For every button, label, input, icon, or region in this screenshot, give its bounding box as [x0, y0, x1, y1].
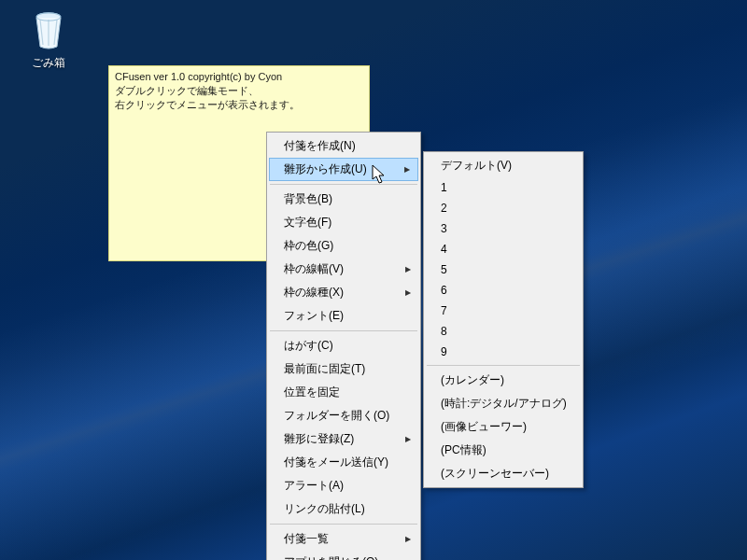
submenu-item[interactable]: 6	[426, 280, 581, 301]
recycle-bin-icon	[19, 9, 78, 53]
context-menu-item[interactable]: 位置を固定	[269, 381, 418, 404]
context-menu-item[interactable]: 枠の線幅(V)	[269, 258, 418, 281]
submenu-item[interactable]: 1	[426, 177, 581, 198]
context-menu-separator	[270, 524, 417, 525]
submenu-item[interactable]: 7	[426, 301, 581, 321]
context-menu-item[interactable]: 付箋をメール送信(Y)	[269, 451, 418, 474]
submenu-item[interactable]: デフォルト(V)	[426, 154, 581, 177]
sticky-line-2: ダブルクリックで編集モード、	[115, 84, 363, 98]
context-menu-item[interactable]: 背景色(B)	[269, 188, 418, 211]
context-menu-separator	[270, 184, 417, 185]
context-menu-item[interactable]: 最前面に固定(T)	[269, 357, 418, 381]
context-menu-item[interactable]: アラート(A)	[269, 474, 418, 497]
submenu-item[interactable]: 8	[426, 321, 581, 342]
context-menu-item[interactable]: アプリを閉じる(Q)	[269, 551, 418, 560]
sticky-line-3: 右クリックでメニューが表示されます。	[115, 98, 363, 112]
submenu-item[interactable]: (時計:デジタル/アナログ)	[426, 392, 581, 415]
submenu-item[interactable]: 3	[426, 218, 581, 239]
submenu-item[interactable]: (PC情報)	[426, 439, 581, 462]
context-menu-item[interactable]: 雛形から作成(U)	[269, 158, 418, 181]
submenu-item[interactable]: (画像ビューワー)	[426, 415, 581, 439]
submenu-item[interactable]: (スクリーンセーバー)	[426, 462, 581, 485]
context-menu-item[interactable]: 付箋一覧	[269, 527, 418, 551]
submenu-item[interactable]: 9	[426, 342, 581, 362]
submenu-template-list[interactable]: デフォルト(V)123456789(カレンダー)(時計:デジタル/アナログ)(画…	[423, 151, 584, 488]
context-menu-item[interactable]: 枠の線種(X)	[269, 281, 418, 304]
submenu-item[interactable]: 4	[426, 239, 581, 259]
recycle-bin-label: ごみ箱	[19, 55, 78, 71]
context-menu-item[interactable]: 枠の色(G)	[269, 234, 418, 258]
context-menu-item[interactable]: フォルダーを開く(O)	[269, 404, 418, 427]
context-menu-item[interactable]: 文字色(F)	[269, 211, 418, 234]
context-menu-item[interactable]: はがす(C)	[269, 334, 418, 357]
context-menu-item[interactable]: 付箋を作成(N)	[269, 134, 418, 158]
recycle-bin-desktop-icon[interactable]: ごみ箱	[19, 9, 78, 71]
context-menu-separator	[270, 330, 417, 331]
context-menu-item[interactable]: リンクの貼付(L)	[269, 497, 418, 521]
submenu-item[interactable]: (カレンダー)	[426, 369, 581, 392]
submenu-separator	[427, 365, 580, 366]
context-menu[interactable]: 付箋を作成(N)雛形から作成(U)背景色(B)文字色(F)枠の色(G)枠の線幅(…	[266, 132, 421, 560]
context-menu-item[interactable]: 雛形に登録(Z)	[269, 427, 418, 451]
submenu-item[interactable]: 5	[426, 259, 581, 280]
context-menu-item[interactable]: フォント(E)	[269, 304, 418, 328]
submenu-item[interactable]: 2	[426, 198, 581, 218]
sticky-line-1: CFusen ver 1.0 copyright(c) by Cyon	[115, 70, 363, 84]
